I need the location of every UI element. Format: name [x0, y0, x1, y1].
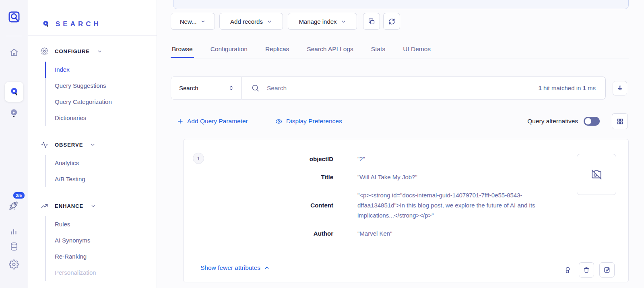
product-title: SEARCH: [56, 20, 101, 28]
tab-search-api-logs[interactable]: Search API Logs: [305, 40, 354, 58]
edit-record-button[interactable]: [599, 262, 615, 278]
search-mode-select[interactable]: Search: [171, 77, 242, 99]
record-card: 1 objectID"2"Title"Will AI Take My Job?"…: [183, 139, 629, 282]
query-alternatives-toggle[interactable]: [584, 117, 600, 126]
delete-record-button[interactable]: [579, 262, 594, 278]
recommend-nav-button[interactable]: [5, 106, 23, 120]
promote-record-button[interactable]: [562, 266, 574, 274]
new-dropdown-button[interactable]: New...: [171, 13, 215, 30]
product-header: SEARCH: [28, 0, 157, 35]
chevron-down-icon: [90, 142, 95, 147]
sidebar-item-index[interactable]: Index: [45, 62, 157, 78]
record-attribute-row-title: Title"Will AI Take My Job?": [184, 168, 564, 186]
add-query-parameter-link[interactable]: Add Query Parameter: [177, 113, 248, 129]
query-alternatives-label: Query alternatives: [527, 118, 578, 125]
search-product-icon: [41, 20, 50, 29]
gear-icon: [41, 48, 48, 55]
app-rail: 2/5: [0, 0, 28, 288]
sidebar-section-observe: OBSERVEAnalyticsA/B Testing: [28, 137, 157, 187]
display-preferences-label: Display Preferences: [286, 118, 342, 125]
voice-search-button[interactable]: [613, 81, 627, 95]
attribute-value: "2": [357, 154, 564, 164]
search-input-box: 1 hit matched in 1 ms: [242, 77, 606, 99]
section-label: ENHANCE: [55, 203, 83, 209]
grid-icon: [616, 118, 624, 125]
search-product-icon: [9, 87, 19, 97]
sidebar-item-a-b-testing[interactable]: A/B Testing: [45, 171, 157, 187]
sidebar-item-ai-synonyms[interactable]: AI Synonyms: [45, 232, 157, 249]
main-panel: New... Add records Manage index BrowseCo…: [157, 0, 644, 288]
sidebar-item-dictionaries[interactable]: Dictionaries: [45, 110, 157, 126]
section-items: RulesAI SynonymsRe-RankingPersonalizatio…: [28, 216, 157, 281]
microphone-icon: [617, 85, 623, 92]
sidebar-nav: CONFIGUREIndexQuery SuggestionsQuery Cat…: [28, 36, 157, 281]
plus-icon: [177, 118, 184, 124]
add-records-dropdown-button[interactable]: Add records: [219, 13, 283, 30]
chevron-down-icon: [200, 19, 206, 24]
analytics-nav-button[interactable]: [5, 224, 23, 238]
scrolled-banner-bottom: [173, 0, 629, 9]
rail-divider: [6, 36, 22, 36]
home-nav-button[interactable]: [5, 45, 23, 60]
manage-index-dropdown-button[interactable]: Manage index: [288, 13, 357, 30]
award-icon: [564, 266, 572, 274]
toggle-knob: [585, 118, 591, 124]
new-dropdown-label: New...: [180, 18, 197, 25]
tab-ui-demos[interactable]: UI Demos: [402, 40, 432, 58]
record-image-placeholder[interactable]: [577, 154, 616, 195]
search-nav-button[interactable]: [5, 82, 23, 102]
copy-index-button[interactable]: [363, 13, 380, 30]
section-header-enhance[interactable]: ENHANCE: [28, 198, 157, 214]
sidebar-item-analytics[interactable]: Analytics: [45, 155, 157, 171]
search-bar: Search 1 hit matched in 1 ms: [171, 77, 606, 99]
grid-view-button[interactable]: [612, 113, 628, 129]
query-controls-row: Add Query Parameter Display Preferences …: [157, 113, 644, 129]
sidebar-item-rules[interactable]: Rules: [45, 216, 157, 232]
attribute-value: "Marvel Ken": [357, 228, 564, 238]
display-preferences-link[interactable]: Display Preferences: [275, 113, 342, 129]
record-attribute-row-author: Author"Marvel Ken": [184, 224, 564, 242]
attribute-name: objectID: [184, 155, 333, 162]
sidebar-item-query-suggestions[interactable]: Query Suggestions: [45, 78, 157, 94]
algolia-logo[interactable]: [5, 10, 23, 24]
add-query-parameter-label: Add Query Parameter: [187, 118, 248, 125]
tab-configuration[interactable]: Configuration: [209, 40, 249, 58]
search-mode-value: Search: [179, 85, 198, 91]
chevron-down-icon: [97, 49, 102, 54]
onboarding-rocket-button[interactable]: 2/5: [5, 198, 23, 213]
section-header-observe[interactable]: OBSERVE: [28, 137, 157, 153]
tab-browse[interactable]: Browse: [171, 40, 194, 58]
tab-stats[interactable]: Stats: [370, 40, 386, 58]
attribute-name: Author: [184, 230, 333, 237]
attribute-value: "Will AI Take My Job?": [357, 172, 564, 182]
chevron-down-icon: [91, 203, 96, 209]
algolia-dashboard: 2/5 SEARCH CONFIGUREIndexQuery Suggestio…: [0, 0, 644, 288]
show-fewer-label: Show fewer attributes: [200, 264, 260, 271]
refresh-button[interactable]: [383, 13, 400, 30]
record-actions: [562, 262, 615, 278]
copy-icon: [368, 18, 376, 25]
sidebar-item-query-categorization[interactable]: Query Categorization: [45, 94, 157, 110]
show-fewer-attributes-link[interactable]: Show fewer attributes: [200, 264, 270, 271]
manage-index-label: Manage index: [299, 18, 336, 25]
record-attribute-row-objectid: objectID"2": [184, 150, 564, 168]
sidebar-item-re-ranking[interactable]: Re-Ranking: [45, 249, 157, 265]
record-attributes: objectID"2"Title"Will AI Take My Job?"Co…: [184, 150, 564, 242]
record-attribute-row-content: Content"<p><strong id="docs-internal-gui…: [184, 186, 564, 224]
sort-chevrons-icon: [228, 85, 235, 91]
search-stats: 1 hit matched in 1 ms: [538, 85, 596, 91]
settings-nav-button[interactable]: [5, 257, 23, 271]
section-items: AnalyticsA/B Testing: [28, 155, 157, 187]
sidebar-item-personalization[interactable]: Personalization: [45, 265, 157, 281]
product-sidebar: SEARCH CONFIGUREIndexQuery SuggestionsQu…: [28, 0, 157, 288]
search-icon: [251, 84, 260, 92]
data-sources-nav-button[interactable]: [5, 239, 23, 254]
search-input[interactable]: [267, 85, 538, 92]
chevron-down-icon: [341, 19, 346, 24]
section-label: OBSERVE: [55, 142, 83, 148]
attribute-value: "<p><strong id="docs-internal-guid-14079…: [357, 190, 564, 220]
edit-icon: [603, 266, 611, 273]
chevron-down-icon: [267, 19, 272, 24]
tab-replicas[interactable]: Replicas: [264, 40, 290, 58]
section-header-configure[interactable]: CONFIGURE: [28, 43, 157, 59]
